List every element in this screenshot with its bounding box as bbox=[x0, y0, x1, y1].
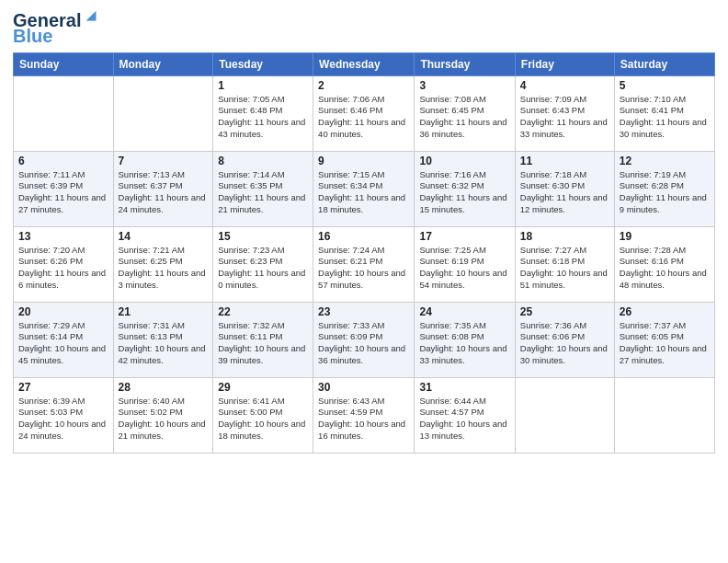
weekday-header: Monday bbox=[113, 52, 213, 75]
day-info: Sunrise: 7:15 AM Sunset: 6:34 PM Dayligh… bbox=[318, 169, 409, 216]
day-number: 21 bbox=[119, 305, 209, 318]
calendar-week-row: 27Sunrise: 6:39 AM Sunset: 5:03 PM Dayli… bbox=[14, 377, 715, 453]
day-info: Sunrise: 7:37 AM Sunset: 6:05 PM Dayligh… bbox=[620, 320, 710, 367]
calendar-cell: 25Sunrise: 7:36 AM Sunset: 6:06 PM Dayli… bbox=[515, 302, 614, 377]
calendar-cell: 8Sunrise: 7:14 AM Sunset: 6:35 PM Daylig… bbox=[213, 151, 313, 226]
day-number: 1 bbox=[218, 79, 308, 92]
day-info: Sunrise: 7:20 AM Sunset: 6:26 PM Dayligh… bbox=[18, 245, 108, 292]
weekday-header: Friday bbox=[515, 52, 614, 75]
day-number: 22 bbox=[218, 305, 308, 318]
day-info: Sunrise: 6:41 AM Sunset: 5:00 PM Dayligh… bbox=[218, 396, 308, 442]
calendar-cell: 15Sunrise: 7:23 AM Sunset: 6:23 PM Dayli… bbox=[213, 226, 313, 302]
calendar-cell: 18Sunrise: 7:27 AM Sunset: 6:18 PM Dayli… bbox=[515, 226, 614, 302]
day-info: Sunrise: 7:31 AM Sunset: 6:13 PM Dayligh… bbox=[119, 320, 209, 367]
weekday-header: Thursday bbox=[415, 52, 515, 75]
day-number: 25 bbox=[520, 305, 609, 318]
calendar-cell: 16Sunrise: 7:24 AM Sunset: 6:21 PM Dayli… bbox=[313, 226, 415, 302]
day-number: 9 bbox=[318, 155, 409, 167]
weekday-header: Sunday bbox=[14, 52, 114, 75]
calendar-header-row: SundayMondayTuesdayWednesdayThursdayFrid… bbox=[14, 52, 715, 75]
calendar-cell: 19Sunrise: 7:28 AM Sunset: 6:16 PM Dayli… bbox=[614, 226, 714, 302]
calendar-cell bbox=[515, 377, 614, 453]
calendar-cell: 26Sunrise: 7:37 AM Sunset: 6:05 PM Dayli… bbox=[614, 302, 714, 377]
day-info: Sunrise: 7:14 AM Sunset: 6:35 PM Dayligh… bbox=[218, 169, 308, 216]
day-info: Sunrise: 6:39 AM Sunset: 5:03 PM Dayligh… bbox=[18, 396, 108, 442]
weekday-header: Saturday bbox=[614, 52, 714, 75]
calendar-cell: 5Sunrise: 7:10 AM Sunset: 6:41 PM Daylig… bbox=[614, 75, 714, 151]
day-number: 14 bbox=[119, 230, 209, 243]
calendar-cell: 14Sunrise: 7:21 AM Sunset: 6:25 PM Dayli… bbox=[113, 226, 213, 302]
calendar-cell: 22Sunrise: 7:32 AM Sunset: 6:11 PM Dayli… bbox=[213, 302, 313, 377]
calendar-cell: 20Sunrise: 7:29 AM Sunset: 6:14 PM Dayli… bbox=[14, 302, 114, 377]
calendar-week-row: 6Sunrise: 7:11 AM Sunset: 6:39 PM Daylig… bbox=[14, 151, 715, 226]
calendar-cell: 23Sunrise: 7:33 AM Sunset: 6:09 PM Dayli… bbox=[313, 302, 415, 377]
day-info: Sunrise: 7:33 AM Sunset: 6:09 PM Dayligh… bbox=[318, 320, 409, 367]
day-number: 26 bbox=[620, 305, 710, 318]
day-info: Sunrise: 7:13 AM Sunset: 6:37 PM Dayligh… bbox=[119, 169, 209, 216]
day-info: Sunrise: 7:27 AM Sunset: 6:18 PM Dayligh… bbox=[520, 245, 609, 292]
day-number: 19 bbox=[620, 230, 710, 243]
calendar-cell: 30Sunrise: 6:43 AM Sunset: 4:59 PM Dayli… bbox=[313, 377, 415, 453]
day-number: 16 bbox=[318, 230, 409, 243]
day-info: Sunrise: 7:28 AM Sunset: 6:16 PM Dayligh… bbox=[620, 245, 710, 292]
day-number: 31 bbox=[419, 381, 509, 394]
day-number: 10 bbox=[419, 155, 509, 167]
day-number: 5 bbox=[620, 79, 710, 92]
day-info: Sunrise: 7:06 AM Sunset: 6:46 PM Dayligh… bbox=[318, 94, 409, 141]
calendar-cell: 21Sunrise: 7:31 AM Sunset: 6:13 PM Dayli… bbox=[113, 302, 213, 377]
calendar-cell: 24Sunrise: 7:35 AM Sunset: 6:08 PM Dayli… bbox=[415, 302, 515, 377]
day-number: 6 bbox=[18, 155, 108, 167]
calendar-cell: 7Sunrise: 7:13 AM Sunset: 6:37 PM Daylig… bbox=[113, 151, 213, 226]
day-info: Sunrise: 6:44 AM Sunset: 4:57 PM Dayligh… bbox=[419, 396, 509, 442]
day-number: 27 bbox=[18, 381, 108, 394]
day-number: 15 bbox=[218, 230, 308, 243]
calendar-cell bbox=[113, 75, 213, 151]
day-number: 8 bbox=[218, 155, 308, 167]
header: General ◢ Blue bbox=[13, 9, 715, 47]
logo-blue: Blue bbox=[13, 26, 52, 47]
day-info: Sunrise: 7:35 AM Sunset: 6:08 PM Dayligh… bbox=[419, 320, 509, 367]
calendar-cell: 11Sunrise: 7:18 AM Sunset: 6:30 PM Dayli… bbox=[515, 151, 614, 226]
calendar-week-row: 13Sunrise: 7:20 AM Sunset: 6:26 PM Dayli… bbox=[14, 226, 715, 302]
day-number: 28 bbox=[119, 381, 209, 394]
calendar-week-row: 1Sunrise: 7:05 AM Sunset: 6:48 PM Daylig… bbox=[14, 75, 715, 151]
day-info: Sunrise: 7:24 AM Sunset: 6:21 PM Dayligh… bbox=[318, 245, 409, 292]
weekday-header: Tuesday bbox=[213, 52, 313, 75]
day-number: 13 bbox=[18, 230, 108, 243]
day-number: 2 bbox=[318, 79, 409, 92]
day-info: Sunrise: 7:23 AM Sunset: 6:23 PM Dayligh… bbox=[218, 245, 308, 292]
day-info: Sunrise: 6:40 AM Sunset: 5:02 PM Dayligh… bbox=[119, 396, 209, 442]
calendar-cell: 28Sunrise: 6:40 AM Sunset: 5:02 PM Dayli… bbox=[113, 377, 213, 453]
calendar-cell: 31Sunrise: 6:44 AM Sunset: 4:57 PM Dayli… bbox=[415, 377, 515, 453]
day-info: Sunrise: 7:18 AM Sunset: 6:30 PM Dayligh… bbox=[520, 169, 609, 216]
calendar-cell: 27Sunrise: 6:39 AM Sunset: 5:03 PM Dayli… bbox=[14, 377, 114, 453]
calendar-cell: 10Sunrise: 7:16 AM Sunset: 6:32 PM Dayli… bbox=[415, 151, 515, 226]
day-info: Sunrise: 6:43 AM Sunset: 4:59 PM Dayligh… bbox=[318, 396, 409, 442]
logo-bird-icon: ◢ bbox=[86, 8, 96, 22]
day-info: Sunrise: 7:21 AM Sunset: 6:25 PM Dayligh… bbox=[119, 245, 209, 292]
calendar-cell: 13Sunrise: 7:20 AM Sunset: 6:26 PM Dayli… bbox=[14, 226, 114, 302]
day-number: 20 bbox=[18, 305, 108, 318]
day-info: Sunrise: 7:16 AM Sunset: 6:32 PM Dayligh… bbox=[419, 169, 509, 216]
calendar-cell: 6Sunrise: 7:11 AM Sunset: 6:39 PM Daylig… bbox=[14, 151, 114, 226]
calendar-cell: 9Sunrise: 7:15 AM Sunset: 6:34 PM Daylig… bbox=[313, 151, 415, 226]
day-info: Sunrise: 7:10 AM Sunset: 6:41 PM Dayligh… bbox=[620, 94, 710, 141]
day-info: Sunrise: 7:36 AM Sunset: 6:06 PM Dayligh… bbox=[520, 320, 609, 367]
calendar-cell: 12Sunrise: 7:19 AM Sunset: 6:28 PM Dayli… bbox=[614, 151, 714, 226]
day-number: 11 bbox=[520, 155, 609, 167]
day-info: Sunrise: 7:19 AM Sunset: 6:28 PM Dayligh… bbox=[620, 169, 710, 216]
calendar-table: SundayMondayTuesdayWednesdayThursdayFrid… bbox=[13, 52, 715, 454]
day-number: 29 bbox=[218, 381, 308, 394]
day-number: 3 bbox=[419, 79, 509, 92]
day-info: Sunrise: 7:08 AM Sunset: 6:45 PM Dayligh… bbox=[419, 94, 509, 141]
day-number: 18 bbox=[520, 230, 609, 243]
weekday-header: Wednesday bbox=[313, 52, 415, 75]
logo: General ◢ Blue bbox=[13, 9, 96, 47]
calendar-cell: 4Sunrise: 7:09 AM Sunset: 6:43 PM Daylig… bbox=[515, 75, 614, 151]
day-info: Sunrise: 7:29 AM Sunset: 6:14 PM Dayligh… bbox=[18, 320, 108, 367]
day-number: 17 bbox=[419, 230, 509, 243]
day-info: Sunrise: 7:25 AM Sunset: 6:19 PM Dayligh… bbox=[419, 245, 509, 292]
calendar-week-row: 20Sunrise: 7:29 AM Sunset: 6:14 PM Dayli… bbox=[14, 302, 715, 377]
day-number: 12 bbox=[620, 155, 710, 167]
day-number: 23 bbox=[318, 305, 409, 318]
